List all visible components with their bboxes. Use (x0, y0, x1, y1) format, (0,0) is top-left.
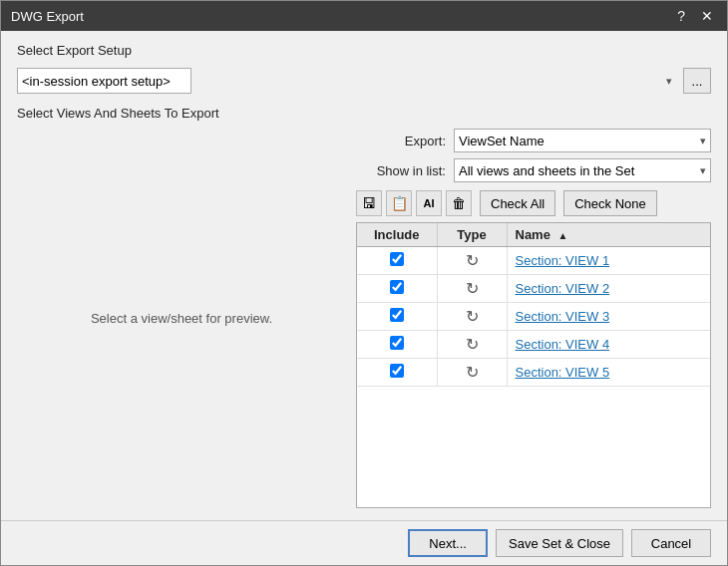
name-cell: Section: VIEW 4 (507, 331, 710, 359)
include-checkbox-4[interactable] (390, 336, 404, 350)
title-bar: DWG Export ? ✕ (1, 1, 727, 31)
type-icon: ↻ (466, 336, 479, 353)
show-in-list-wrapper: All views and sheets in the Set (454, 158, 711, 182)
view-link-4[interactable]: Section: VIEW 4 (516, 337, 610, 352)
type-icon: ↻ (466, 308, 479, 325)
include-checkbox-5[interactable] (390, 364, 404, 378)
save-set-close-button[interactable]: Save Set & Close (496, 529, 623, 557)
save-icon-button[interactable]: 🖫 (356, 190, 382, 216)
preview-text: Select a view/sheet for preview. (91, 311, 272, 326)
help-button[interactable]: ? (673, 9, 689, 23)
type-cell: ↻ (437, 247, 507, 275)
ai-icon-button[interactable]: AI (416, 190, 442, 216)
list-panel: Export: ViewSet Name Show in list: All (356, 129, 711, 508)
include-checkbox-2[interactable] (390, 280, 404, 294)
views-sheets-section: Select Views And Sheets To Export Select… (17, 106, 711, 508)
view-link-2[interactable]: Section: VIEW 2 (516, 281, 610, 296)
table-body: ↻Section: VIEW 1↻Section: VIEW 2↻Section… (357, 247, 710, 387)
table-row: ↻Section: VIEW 4 (357, 331, 710, 359)
table-row: ↻Section: VIEW 2 (357, 275, 710, 303)
include-cell (357, 303, 437, 331)
right-panel: Select a view/sheet for preview. Export:… (17, 129, 711, 508)
name-cell: Section: VIEW 2 (507, 275, 710, 303)
name-cell: Section: VIEW 3 (507, 303, 710, 331)
col-include: Include (357, 223, 437, 247)
export-dropdown-wrapper: ViewSet Name (454, 129, 711, 152)
table-row: ↻Section: VIEW 5 (357, 359, 710, 387)
col-name: Name ▲ (507, 223, 710, 247)
col-type: Type (437, 223, 507, 247)
type-cell: ↻ (437, 275, 507, 303)
include-cell (357, 275, 437, 303)
dwg-export-dialog: DWG Export ? ✕ Select Export Setup <in-s… (0, 0, 728, 566)
table-row: ↻Section: VIEW 3 (357, 303, 710, 331)
include-cell (357, 247, 437, 275)
type-cell: ↻ (437, 303, 507, 331)
dialog-footer: Next... Save Set & Close Cancel (1, 520, 727, 565)
export-row: Export: ViewSet Name (356, 129, 711, 152)
view-link-1[interactable]: Section: VIEW 1 (516, 253, 610, 268)
show-in-list-select[interactable]: All views and sheets in the Set (454, 158, 711, 182)
type-icon: ↻ (466, 280, 479, 297)
export-setup-select-wrapper: <in-session export setup> (17, 68, 677, 94)
type-icon: ↻ (466, 364, 479, 381)
show-in-list-row: Show in list: All views and sheets in th… (356, 158, 711, 182)
view-link-3[interactable]: Section: VIEW 3 (516, 309, 610, 324)
type-cell: ↻ (437, 359, 507, 387)
toolbar-row: 🖫 📋 AI 🗑 Check All Check None (356, 190, 711, 216)
type-cell: ↻ (437, 331, 507, 359)
check-all-button[interactable]: Check All (480, 190, 555, 216)
type-icon: ↻ (466, 252, 479, 269)
check-none-button[interactable]: Check None (563, 190, 657, 216)
name-cell: Section: VIEW 5 (507, 359, 710, 387)
title-bar-controls: ? ✕ (673, 9, 717, 23)
export-select[interactable]: ViewSet Name (454, 129, 711, 152)
next-button[interactable]: Next... (408, 529, 488, 557)
table-container: Include Type Name ▲ ↻Section: VIEW 1↻Sec… (356, 222, 711, 508)
table-header-row: Include Type Name ▲ (357, 223, 710, 247)
copy-icon-button[interactable]: 📋 (386, 190, 412, 216)
export-setup-row: <in-session export setup> ... (17, 68, 711, 94)
sort-arrow: ▲ (558, 230, 568, 241)
dialog-content: Select Export Setup <in-session export s… (1, 31, 727, 520)
preview-panel: Select a view/sheet for preview. (17, 129, 346, 508)
include-cell (357, 359, 437, 387)
close-button[interactable]: ✕ (697, 9, 717, 23)
view-link-5[interactable]: Section: VIEW 5 (516, 365, 610, 380)
cancel-button[interactable]: Cancel (631, 529, 711, 557)
table-row: ↻Section: VIEW 1 (357, 247, 710, 275)
views-sheets-label: Select Views And Sheets To Export (17, 106, 711, 121)
export-setup-label: Select Export Setup (17, 43, 711, 58)
export-label: Export: (356, 134, 446, 148)
dialog-title: DWG Export (11, 9, 84, 24)
delete-icon-button[interactable]: 🗑 (446, 190, 472, 216)
include-cell (357, 331, 437, 359)
views-table: Include Type Name ▲ ↻Section: VIEW 1↻Sec… (357, 223, 710, 387)
export-setup-select[interactable]: <in-session export setup> (17, 68, 191, 94)
show-in-list-label: Show in list: (356, 163, 446, 178)
include-checkbox-3[interactable] (390, 308, 404, 322)
ellipsis-button[interactable]: ... (683, 68, 711, 94)
name-cell: Section: VIEW 1 (507, 247, 710, 275)
include-checkbox-1[interactable] (390, 252, 404, 266)
